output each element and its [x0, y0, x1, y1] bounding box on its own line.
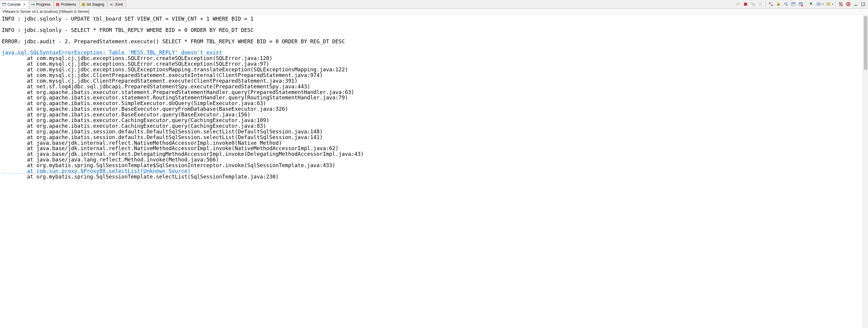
view-tabs: Console✕ProgressProblemsGit StagingJUJUn…: [0, 0, 126, 8]
console-wrap: INFO : jdbc.sqlonly - UPDATE tbl_board S…: [0, 15, 868, 328]
console-line-stack: at com.mysql.cj.jdbc.exceptions.SQLError…: [2, 56, 861, 61]
stacktrace-link[interactable]: java.sql.SQLSyntaxErrorException: Table …: [2, 50, 222, 56]
maximize-icon[interactable]: [860, 1, 866, 7]
console-line-link: java.sql.SQLSyntaxErrorException: Table …: [2, 50, 861, 56]
tab-label: Git Staging: [87, 2, 104, 6]
pin-console-icon[interactable]: [808, 1, 814, 7]
link-with-editor-icon[interactable]: [735, 1, 741, 7]
progress-icon: [31, 2, 35, 6]
console-line-stack: at com.mysql.cj.jdbc.exceptions.SQLExcep…: [2, 67, 861, 72]
console-line-stack: at java.base/jdk.internal.reflect.Native…: [2, 145, 861, 151]
console-line-stack: at org.apache.ibatis.executor.BaseExecut…: [2, 106, 861, 112]
word-wrap-icon[interactable]: [783, 1, 789, 7]
svg-rect-17: [799, 3, 803, 4]
svg-point-18: [801, 4, 803, 6]
console-line-stack: at com.mysql.cj.jdbc.exceptions.SQLError…: [2, 61, 861, 67]
display-selected-console-icon[interactable]: [816, 1, 822, 7]
console-line-stack: at org.apache.ibatis.executor.CachingExe…: [2, 118, 861, 123]
open-console-icon[interactable]: [825, 1, 831, 7]
svg-rect-6: [57, 5, 58, 6]
console-line-stack: at org.apache.ibatis.executor.statement.…: [2, 90, 861, 95]
remove-all-terminated-icon[interactable]: [768, 1, 774, 7]
vertical-scrollbar[interactable]: [863, 15, 868, 328]
close-tab-icon[interactable]: ✕: [23, 3, 26, 6]
topbar-spacer: [126, 0, 733, 8]
tab-junit[interactable]: JUJUnit: [107, 0, 126, 8]
tab-label: Console: [7, 2, 21, 6]
tab-gitstaging[interactable]: Git Staging: [79, 0, 107, 8]
console-line-stack: at com.mysql.cj.jdbc.ClientPreparedState…: [2, 78, 861, 84]
console-line-stack: at org.apache.ibatis.session.defaults.De…: [2, 129, 861, 135]
console-line-stack: at java.base/jdk.internal.reflect.Native…: [2, 140, 861, 146]
console-line-stack: at org.apache.ibatis.executor.BaseExecut…: [2, 112, 861, 118]
console-icon: [2, 2, 6, 6]
console-line-stack: at org.apache.ibatis.session.defaults.De…: [2, 135, 861, 140]
tab-label: JUnit: [115, 2, 123, 6]
tab-label: Problems: [61, 2, 76, 6]
console-line-link: at com.sun.proxy.$Proxy88.selectList(Unk…: [2, 168, 861, 174]
console-line: [2, 33, 861, 39]
dropdown-caret-icon[interactable]: ▾: [832, 3, 833, 6]
dropdown-caret-icon[interactable]: ▾: [822, 3, 824, 6]
console-line-stack: at org.apache.ibatis.executor.statement.…: [2, 95, 861, 101]
stacktrace-link[interactable]: at com.sun.proxy.$Proxy88.selectList(Unk…: [2, 168, 191, 174]
svg-rect-5: [57, 4, 58, 5]
console-line-stack: at org.apache.ibatis.executor.SimpleExec…: [2, 101, 861, 106]
console-toolbar: ▾▾: [733, 0, 868, 8]
console-line: INFO : jdbc.sqlonly - SELECT * FROM TBL_…: [2, 28, 861, 33]
svg-rect-12: [753, 4, 755, 6]
terminate-all-icon: [750, 1, 756, 7]
svg-rect-1: [2, 3, 6, 4]
console-line: [2, 22, 861, 28]
tab-label: Progress: [36, 2, 51, 6]
console-line: ERROR: jdbc.audit - 2. PreparedStatement…: [2, 39, 861, 44]
console-output[interactable]: INFO : jdbc.sqlonly - UPDATE tbl_board S…: [0, 15, 863, 328]
remove-launch-icon: [757, 1, 764, 7]
svg-rect-10: [744, 3, 747, 6]
console-launch-label: VMware tc Server v4.1 at localhost [VMwa…: [0, 9, 868, 15]
tab-problems[interactable]: Problems: [54, 0, 80, 8]
console-line-stack: at com.mysql.cj.jdbc.ClientPreparedState…: [2, 72, 861, 78]
console-line-stack: at org.mybatis.spring.SqlSessionTemplate…: [2, 174, 861, 180]
console-line-stack: at org.apache.ibatis.executor.CachingExe…: [2, 123, 861, 129]
scroll-lock-icon[interactable]: [775, 1, 781, 7]
svg-rect-3: [33, 4, 35, 5]
toolbar-separator: [806, 1, 806, 7]
toolbar-separator: [835, 1, 836, 7]
tab-console[interactable]: Console✕: [0, 0, 29, 8]
minimize-icon[interactable]: [853, 1, 859, 7]
toolbar-separator: [766, 1, 766, 7]
show-console-standard-icon[interactable]: [790, 1, 796, 7]
terminate-icon[interactable]: [743, 1, 748, 7]
console-line: INFO : jdbc.sqlonly - UPDATE tbl_board S…: [2, 16, 861, 22]
view-topbar: Console✕ProgressProblemsGit StagingJUJUn…: [0, 0, 868, 9]
git-staging-icon: [81, 2, 86, 6]
svg-rect-15: [792, 3, 795, 4]
ansi-icon[interactable]: [845, 1, 851, 7]
clear-console-icon[interactable]: [838, 1, 844, 7]
tab-progress[interactable]: Progress: [29, 0, 54, 8]
svg-rect-13: [777, 4, 780, 6]
show-console-error-icon[interactable]: [798, 1, 804, 7]
svg-text:U: U: [111, 3, 113, 6]
svg-point-2: [31, 4, 33, 5]
scrollbar-thumb[interactable]: [864, 16, 867, 70]
console-line-stack: at org.mybatis.spring.SqlSessionTemplate…: [2, 163, 861, 168]
console-line-stack: at net.sf.log4jdbc.sql.jdbcapi.PreparedS…: [2, 84, 861, 90]
svg-rect-25: [862, 3, 865, 6]
problems-icon: [56, 2, 60, 6]
svg-rect-24: [854, 5, 857, 6]
console-line-stack: at java.base/java.lang.reflect.Method.in…: [2, 157, 861, 163]
junit-icon: JU: [109, 2, 114, 6]
console-line: [2, 44, 861, 50]
console-line-stack: at java.base/jdk.internal.reflect.Delega…: [2, 151, 861, 157]
